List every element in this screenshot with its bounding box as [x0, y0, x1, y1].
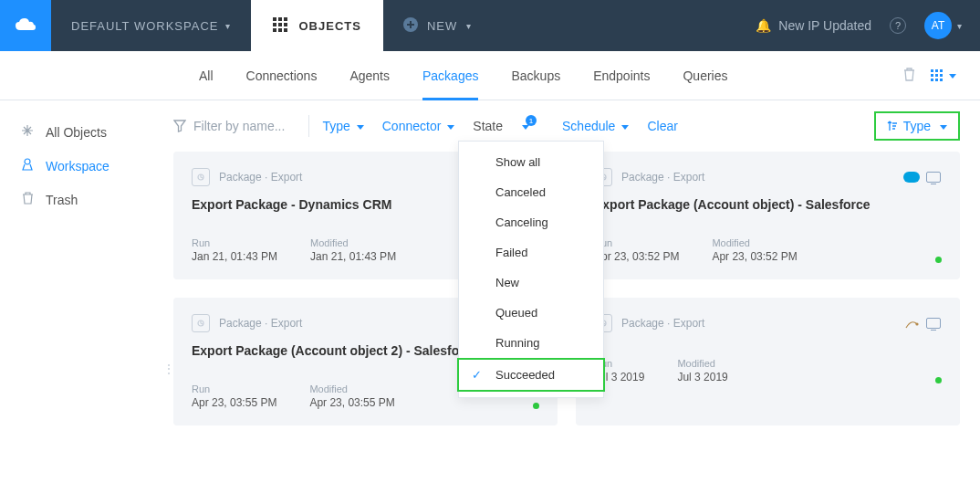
- status-indicator: [533, 403, 539, 409]
- modified-value: Apr 23, 03:52 PM: [712, 250, 797, 263]
- state-option-canceling[interactable]: Canceling: [459, 207, 603, 237]
- monitor-icon: [925, 317, 942, 331]
- run-value: Apr 23, 03:55 PM: [192, 396, 276, 409]
- trash-icon: [20, 192, 35, 207]
- chevron-down-icon: [936, 119, 947, 133]
- state-option-failed[interactable]: Failed: [459, 237, 603, 268]
- run-value: Jan 21, 01:43 PM: [192, 250, 277, 263]
- state-option-new[interactable]: New: [459, 268, 603, 298]
- divider: [308, 115, 309, 137]
- tab-endpoints[interactable]: Endpoints: [577, 51, 666, 100]
- sidebar-item-label: Trash: [46, 193, 78, 207]
- chevron-down-icon: [353, 119, 364, 133]
- monitor-icon: [925, 171, 942, 184]
- notification-item[interactable]: 🔔 New IP Updated: [756, 18, 871, 33]
- modified-label: Modified: [310, 237, 396, 248]
- package-icon: [192, 168, 210, 186]
- workspace-icon: [20, 158, 35, 173]
- run-label: Run: [192, 237, 277, 248]
- filter-state[interactable]: State 1: [464, 119, 553, 133]
- chevron-down-icon: [618, 119, 629, 133]
- workspace-label: DEFAULT WORKSPACE: [71, 19, 218, 33]
- svg-rect-17: [935, 79, 938, 81]
- svg-rect-2: [284, 17, 287, 21]
- svg-rect-4: [278, 23, 282, 26]
- object-tabs-row: AllConnectionsAgentsPackagesBackupsEndpo…: [0, 51, 980, 100]
- card-breadcrumb: Package · Export: [621, 171, 704, 184]
- chevron-down-icon: ▾: [466, 21, 472, 31]
- filter-state-badge: 1: [526, 115, 537, 126]
- new-button[interactable]: NEW ▾: [383, 17, 492, 35]
- user-menu[interactable]: AT ▾: [924, 12, 962, 39]
- card-breadcrumb: Package · Export: [621, 317, 704, 330]
- svg-rect-15: [940, 74, 943, 77]
- app-logo[interactable]: [0, 0, 51, 51]
- svg-point-28: [916, 323, 918, 325]
- tab-packages[interactable]: Packages: [406, 51, 495, 100]
- svg-rect-1: [278, 17, 282, 21]
- chevron-down-icon: ▾: [957, 21, 962, 31]
- sidebar-item-label: Workspace: [46, 159, 109, 173]
- package-card[interactable]: Package · Export RunJul 3 2019ModifiedJu…: [576, 298, 960, 425]
- modified-label: Modified: [712, 237, 797, 248]
- salesforce-icon: [903, 171, 920, 184]
- modified-value: Apr 23, 03:55 PM: [309, 396, 394, 409]
- filter-schedule[interactable]: Schedule: [553, 119, 638, 133]
- tab-connections[interactable]: Connections: [230, 51, 334, 100]
- tab-agents[interactable]: Agents: [333, 51, 406, 100]
- svg-rect-7: [278, 28, 282, 32]
- sidebar: All ObjectsWorkspaceTrash: [0, 100, 173, 425]
- help-icon[interactable]: ?: [890, 17, 906, 34]
- state-option-queued[interactable]: Queued: [459, 298, 603, 328]
- avatar: AT: [924, 12, 952, 39]
- svg-rect-3: [273, 23, 276, 26]
- svg-rect-5: [284, 23, 287, 26]
- state-option-succeeded[interactable]: Succeeded: [457, 358, 605, 392]
- svg-rect-12: [940, 69, 943, 72]
- package-card[interactable]: Package · ExportExport Package (Account …: [576, 152, 960, 279]
- filter-name-input[interactable]: Filter by name...: [173, 119, 305, 133]
- svg-rect-10: [931, 69, 933, 72]
- sidebar-item-label: All Objects: [46, 125, 107, 140]
- state-option-canceled[interactable]: Canceled: [459, 177, 603, 207]
- tab-all[interactable]: All: [182, 51, 230, 100]
- new-label: NEW: [427, 19, 457, 33]
- state-option-show-all[interactable]: Show all: [459, 147, 603, 177]
- run-value: Apr 23, 03:52 PM: [594, 250, 679, 263]
- grid-icon: [273, 17, 287, 35]
- svg-rect-11: [935, 69, 938, 72]
- sort-icon: [887, 121, 898, 131]
- filter-type[interactable]: Type: [313, 119, 372, 133]
- sort-selector[interactable]: Type: [874, 111, 960, 141]
- objects-label: OBJECTS: [298, 19, 360, 33]
- top-navigation: DEFAULT WORKSPACE ▾ OBJECTS NEW ▾ 🔔 New …: [0, 0, 980, 51]
- sidebar-item-trash[interactable]: Trash: [0, 183, 173, 216]
- tab-backups[interactable]: Backups: [495, 51, 577, 100]
- bell-icon: 🔔: [756, 18, 771, 33]
- objects-nav[interactable]: OBJECTS: [251, 0, 382, 51]
- modified-value: Jul 3 2019: [677, 371, 727, 383]
- svg-rect-18: [940, 79, 943, 81]
- status-indicator: [935, 257, 942, 263]
- card-breadcrumb: Package · Export: [219, 317, 302, 330]
- svg-rect-8: [284, 28, 287, 32]
- sidebar-item-all-objects[interactable]: All Objects: [0, 115, 173, 149]
- chevron-down-icon: ▾: [225, 21, 231, 31]
- tab-queries[interactable]: Queries: [666, 51, 744, 100]
- filter-placeholder: Filter by name...: [193, 119, 285, 133]
- card-title: Export Package (Account object) - Salesf…: [594, 197, 942, 212]
- status-indicator: [935, 377, 942, 383]
- clear-filters[interactable]: Clear: [638, 119, 686, 133]
- modified-label: Modified: [309, 383, 394, 394]
- state-option-running[interactable]: Running: [459, 328, 603, 358]
- filter-connector[interactable]: Connector: [373, 119, 464, 133]
- sidebar-item-workspace[interactable]: Workspace: [0, 149, 173, 183]
- trash-icon[interactable]: [902, 67, 916, 85]
- drag-handle-icon[interactable]: ⋮: [162, 362, 176, 376]
- card-breadcrumb: Package · Export: [219, 171, 302, 184]
- workspace-selector[interactable]: DEFAULT WORKSPACE ▾: [51, 19, 251, 33]
- view-grid-icon[interactable]: [931, 68, 956, 84]
- svg-rect-14: [935, 74, 938, 77]
- package-icon: [192, 314, 210, 332]
- modified-label: Modified: [677, 358, 727, 369]
